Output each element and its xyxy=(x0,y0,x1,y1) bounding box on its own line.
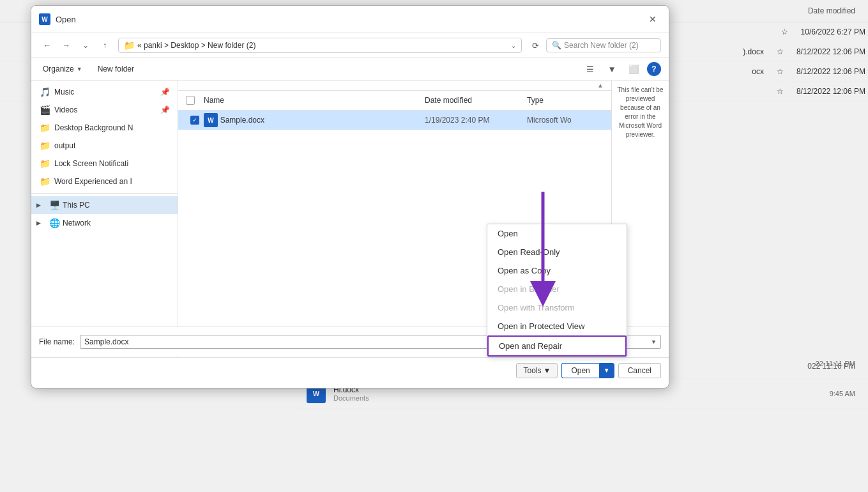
organize-dropdown-icon: ▼ xyxy=(77,66,82,72)
view-menu-button[interactable]: ☰ xyxy=(582,61,598,77)
file-date-sample: 1/19/2023 2:40 PM xyxy=(425,116,527,125)
breadcrumb-text: « panki > Desktop > New folder (2) xyxy=(137,41,255,50)
this-pc-icon: 🖥️ xyxy=(49,200,60,210)
new-folder-button[interactable]: New folder xyxy=(94,63,138,75)
bg-date-header: Date modified xyxy=(808,6,855,15)
back-button[interactable]: ← xyxy=(39,37,56,54)
help-button[interactable]: ? xyxy=(647,62,661,76)
sidebar-this-pc-label: This PC xyxy=(63,201,90,210)
open-dropdown-menu: Open Open Read-Only Open as Copy Open in… xyxy=(487,224,627,357)
header-name[interactable]: Name xyxy=(204,93,425,107)
file-check-sample[interactable]: ✓ xyxy=(186,116,204,125)
file-list-header: Name Date modified Type xyxy=(178,91,611,111)
dialog-title: Open xyxy=(56,15,639,24)
sidebar-label-videos: Videos xyxy=(54,105,77,114)
header-date[interactable]: Date modified xyxy=(425,93,527,107)
sidebar-item-word[interactable]: 📁 Word Experienced an I xyxy=(31,173,178,190)
view-dropdown-button[interactable]: ▼ xyxy=(604,61,620,77)
up-button[interactable]: ↑ xyxy=(96,37,113,54)
title-bar: W Open ✕ xyxy=(31,6,669,33)
forward-button[interactable]: → xyxy=(58,37,75,54)
sidebar-item-music[interactable]: 🎵 Music 📌 xyxy=(31,83,178,101)
file-row-sample[interactable]: ✓ W Sample.docx 1/19/2023 2:40 PM Micros… xyxy=(178,111,611,130)
address-bar[interactable]: 📁 « panki > Desktop > New folder (2) ⌄ xyxy=(118,38,522,53)
bg-pin-icon-4: ☆ xyxy=(777,87,784,96)
this-pc-arrow: ▶ xyxy=(36,202,47,208)
search-placeholder: Search New folder (2) xyxy=(564,41,639,50)
network-icon: 🌐 xyxy=(49,218,60,228)
checked-icon: ✓ xyxy=(190,116,199,125)
address-dropdown-arrow[interactable]: ⌄ xyxy=(511,42,516,49)
pin-icon-videos: 📌 xyxy=(160,105,170,114)
network-arrow: ▶ xyxy=(36,220,47,226)
open-button[interactable]: Open xyxy=(561,363,598,378)
bg-date-2: 8/12/2022 12:06 PM xyxy=(796,47,865,56)
preview-text: This file can't be previewed because of … xyxy=(618,86,664,138)
bg-pin-icon-2: ☆ xyxy=(777,47,784,56)
bg-file-name-2: ).docx xyxy=(743,47,764,56)
refresh-button[interactable]: ⟳ xyxy=(527,37,544,54)
folder-icon: 📁 xyxy=(124,40,135,50)
preview-toggle-button[interactable]: ⬜ xyxy=(625,61,642,77)
sidebar-item-output[interactable]: 📁 output xyxy=(31,137,178,155)
bg-date-1: 10/6/2022 6:27 PM xyxy=(801,27,865,36)
sidebar-item-videos[interactable]: 🎬 Videos 📌 xyxy=(31,101,178,119)
bg-file-date-hi: 9:45 AM xyxy=(830,390,855,397)
menu-item-transform: Open with Transform xyxy=(487,298,627,317)
organize-label: Organize xyxy=(43,65,74,73)
sidebar-label-music: Music xyxy=(54,88,74,96)
menu-item-browser: Open in Browser xyxy=(487,280,627,298)
sidebar-label-word: Word Experienced an I xyxy=(54,177,132,186)
open-dropdown-button[interactable]: ▼ xyxy=(599,363,614,378)
search-icon: 🔍 xyxy=(552,41,561,50)
close-button[interactable]: ✕ xyxy=(644,11,661,27)
header-type[interactable]: Type xyxy=(527,93,604,107)
menu-item-protected[interactable]: Open in Protected View xyxy=(487,317,627,335)
sort-up-arrow: ▲ xyxy=(597,82,604,89)
file-name-sample: Sample.docx xyxy=(220,116,425,125)
action-bar: Tools ▼ Open ▼ Cancel xyxy=(31,357,669,383)
videos-icon: 🎬 xyxy=(39,105,50,115)
menu-item-open[interactable]: Open xyxy=(487,224,627,243)
open-dialog: W Open ✕ ← → ⌄ ↑ 📁 « panki > Desktop > N… xyxy=(31,5,669,388)
sidebar-label-output: output xyxy=(54,141,75,150)
organize-button[interactable]: Organize ▼ xyxy=(39,63,86,75)
bg-date-4: 8/12/2022 12:06 PM xyxy=(796,87,865,96)
sort-area: ▲ xyxy=(178,81,611,91)
file-name-value: Sample.docx xyxy=(84,337,128,346)
down-history-button[interactable]: ⌄ xyxy=(77,37,94,54)
tools-dropdown-icon: ▼ xyxy=(543,366,551,375)
tools-button[interactable]: Tools ▼ xyxy=(516,363,558,378)
sidebar-this-pc[interactable]: ▶ 🖥️ This PC xyxy=(31,196,178,214)
folder-icon-desktop: 📁 xyxy=(39,123,50,133)
bg-pin-icon-3: ☆ xyxy=(777,67,784,76)
bg-file-path-hi: Documents xyxy=(333,394,822,402)
pin-icon-music: 📌 xyxy=(160,88,170,96)
sidebar-network[interactable]: ▶ 🌐 Network xyxy=(31,214,178,232)
new-folder-label: New folder xyxy=(98,65,134,73)
bg-file-date-a: 22 11:11 PM xyxy=(816,360,855,367)
menu-item-read-only[interactable]: Open Read-Only xyxy=(487,243,627,261)
toolbar: Organize ▼ New folder ☰ ▼ ⬜ ? xyxy=(31,58,669,81)
sidebar-item-lockscreen[interactable]: 📁 Lock Screen Notificati xyxy=(31,155,178,173)
nav-bar: ← → ⌄ ↑ 📁 « panki > Desktop > New folder… xyxy=(31,33,669,58)
sidebar-label-lockscreen: Lock Screen Notificati xyxy=(54,159,128,168)
file-type-sample: Microsoft Wo xyxy=(527,116,604,125)
menu-item-repair[interactable]: Open and Repair xyxy=(487,335,627,357)
sidebar-item-desktop-bg[interactable]: 📁 Desktop Background N xyxy=(31,119,178,137)
cancel-button[interactable]: Cancel xyxy=(618,363,661,378)
music-icon: 🎵 xyxy=(39,87,50,97)
folder-icon-word: 📁 xyxy=(39,176,50,187)
tools-label: Tools xyxy=(523,366,541,375)
bg-pin-icon-1: ☆ xyxy=(781,27,788,36)
file-name-input[interactable]: Sample.docx ▼ xyxy=(80,335,528,349)
file-name-label: File name: xyxy=(39,337,75,346)
bg-date-3: 8/12/2022 12:06 PM xyxy=(796,67,865,76)
search-bar[interactable]: 🔍 Search New folder (2) xyxy=(546,38,661,52)
toolbar-right: ☰ ▼ ⬜ ? xyxy=(582,61,661,77)
folder-icon-lockscreen: 📁 xyxy=(39,158,50,169)
header-checkbox[interactable] xyxy=(186,96,195,105)
bg-file-name-3: ocx xyxy=(752,67,764,76)
word-icon: W xyxy=(39,13,50,25)
menu-item-copy[interactable]: Open as Copy xyxy=(487,261,627,280)
